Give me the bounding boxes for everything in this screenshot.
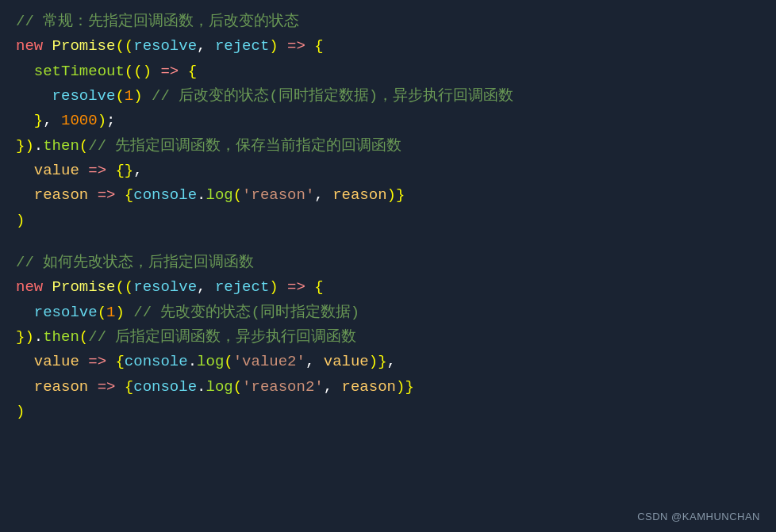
paren-8: ( <box>79 134 88 159</box>
paren-10: ) <box>387 183 396 208</box>
var-value-1: value <box>324 350 369 374</box>
comma-1: , <box>197 34 215 59</box>
brace-4: } <box>16 134 25 159</box>
var-reason-2: reason <box>342 375 396 400</box>
code-line-11: new Promise((resolve, reject) => { <box>16 275 760 300</box>
param-reason-1: reason <box>34 183 88 208</box>
brace-13: } <box>405 375 413 400</box>
brace-11: } <box>378 350 386 374</box>
comma-2: , <box>43 109 61 133</box>
paren-4: ( <box>115 84 124 109</box>
code-line-15: reason => {console.log('reason2', reason… <box>16 375 760 400</box>
str-reason-1: 'reason' <box>242 183 314 208</box>
brace-6: { <box>125 183 133 208</box>
str-reason2: 'reason2' <box>242 375 324 400</box>
num-1: 1 <box>125 84 133 109</box>
indent-4 <box>16 159 34 183</box>
semi-1: ; <box>106 109 115 133</box>
brace-1: { <box>314 34 323 59</box>
kw-new-1: new <box>16 34 52 59</box>
indent-7 <box>16 350 34 374</box>
comment-inline-2: // 先指定回调函数，保存当前指定的回调函数 <box>88 134 401 159</box>
dot-3: . <box>34 325 43 350</box>
param-reason-2: reason <box>34 375 88 400</box>
code-line-5: }, 1000); <box>16 109 760 133</box>
kw-new-2: new <box>16 275 52 300</box>
fn-resolve-2: resolve <box>34 300 98 325</box>
code-editor: // 常规：先指定回调函数，后改变的状态 new Promise((resolv… <box>0 0 776 532</box>
fn-then-1: then <box>43 134 79 159</box>
comma-6: , <box>305 350 324 374</box>
paren-16: ) <box>25 325 33 350</box>
code-line-13: }).then(// 后指定回调函数，异步执行回调函数 <box>16 325 760 350</box>
code-line-1: // 常规：先指定回调函数，后改变的状态 <box>16 10 760 34</box>
paren-14: ( <box>98 300 106 325</box>
param-reject-1: reject <box>215 34 269 59</box>
arrow-1: => <box>279 34 315 59</box>
paren-17: ( <box>79 325 88 350</box>
code-line-8: reason => {console.log('reason', reason)… <box>16 183 760 208</box>
indent-2 <box>16 84 52 109</box>
paren-15: ) <box>115 300 124 325</box>
code-line-4: resolve(1) // 后改变的状态(同时指定数据)，异步执行回调函数 <box>16 84 760 109</box>
brace-5: {} <box>115 159 133 183</box>
var-reason-1: reason <box>332 183 386 208</box>
brace-8: { <box>314 275 323 300</box>
comment-inline-1: // 后改变的状态(同时指定数据)，异步执行回调函数 <box>152 84 513 109</box>
param-resolve-2: resolve <box>133 275 197 300</box>
param-value-2: value <box>34 350 79 374</box>
comma-4: , <box>314 183 332 208</box>
comma-7: , <box>387 350 396 374</box>
paren-7: ) <box>25 134 33 159</box>
code-line-10: // 如何先改状态，后指定回调函数 <box>16 251 760 275</box>
dot-5: . <box>197 375 206 400</box>
paren-3: (() <box>125 59 152 84</box>
indent-6 <box>16 300 34 325</box>
paren-6: ) <box>98 109 106 133</box>
code-line-7: value => {}, <box>16 159 760 183</box>
code-line-16: ) <box>16 400 760 424</box>
fn-log-3: log <box>206 375 232 400</box>
obj-console-2: console <box>125 350 188 374</box>
dot-4: . <box>188 350 197 374</box>
brace-12: { <box>125 375 133 400</box>
paren-21: ) <box>396 375 405 400</box>
space-1 <box>143 84 152 109</box>
obj-console-3: console <box>133 375 197 400</box>
dot-1: . <box>34 134 43 159</box>
fn-settimeout: setTimeout <box>34 59 125 84</box>
arrow-4: => <box>88 183 125 208</box>
code-line-9: ) <box>16 209 760 233</box>
comment-inline-4: // 后指定回调函数，异步执行回调函数 <box>88 325 356 350</box>
obj-console-1: console <box>133 183 197 208</box>
paren-5: ) <box>133 84 142 109</box>
arrow-2: => <box>152 59 188 84</box>
brace-10: { <box>115 350 124 374</box>
arrow-6: => <box>79 350 116 374</box>
fn-then-2: then <box>43 325 79 350</box>
arrow-7: => <box>88 375 125 400</box>
dot-2: . <box>197 183 206 208</box>
paren-13: ) <box>269 275 278 300</box>
brace-9: } <box>16 325 25 350</box>
spacer-1 <box>16 233 760 251</box>
str-value2: 'value2' <box>233 350 305 374</box>
indent-1 <box>16 59 34 84</box>
code-line-3: setTimeout(() => { <box>16 59 760 84</box>
paren-22: ) <box>16 400 25 424</box>
paren-1: (( <box>115 34 133 59</box>
paren-12: (( <box>115 275 133 300</box>
fn-log-1: log <box>206 183 232 208</box>
code-line-12: resolve(1) // 先改变的状态(同时指定数据) <box>16 300 760 325</box>
indent-8 <box>16 375 34 400</box>
paren-20: ( <box>233 375 242 400</box>
num-3: 1 <box>106 300 115 325</box>
code-line-6: }).then(// 先指定回调函数，保存当前指定的回调函数 <box>16 134 760 159</box>
num-2: 1000 <box>61 109 98 133</box>
paren-9: ( <box>233 183 242 208</box>
comment-inline-3: // 先改变的状态(同时指定数据) <box>133 300 359 325</box>
paren-2: ) <box>269 34 278 59</box>
kw-promise-2: Promise <box>52 275 116 300</box>
param-reject-2: reject <box>215 275 269 300</box>
param-resolve-1: resolve <box>133 34 197 59</box>
